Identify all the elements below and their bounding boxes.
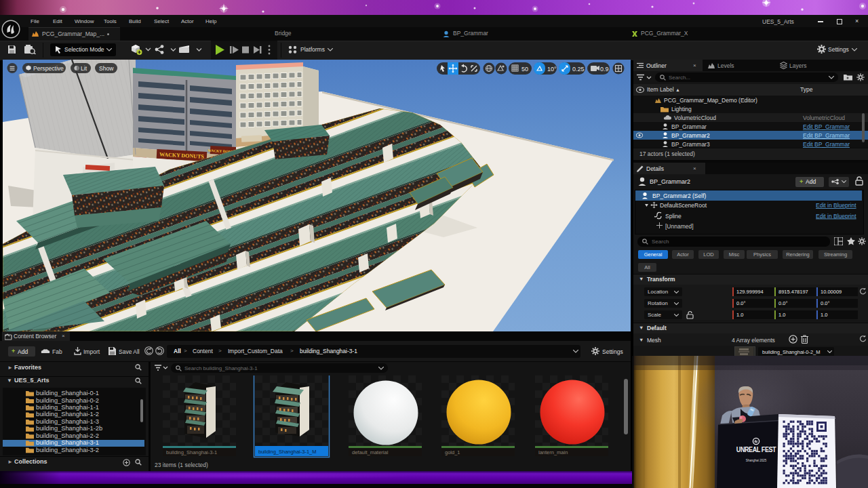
- svg-text:UNREAL FEST: UNREAL FEST: [736, 445, 776, 453]
- svg-text:building_Shanghai-3-1: building_Shanghai-3-1: [166, 449, 217, 455]
- svg-text:10°: 10°: [547, 66, 557, 73]
- svg-text:BP_Grammar: BP_Grammar: [671, 123, 707, 130]
- svg-text:default_material: default_material: [352, 449, 389, 455]
- svg-text:building_Shanghai-3-1_M: building_Shanghai-3-1_M: [258, 449, 316, 455]
- svg-text:BP_Grammar2: BP_Grammar2: [671, 132, 710, 139]
- svg-text:Edit in Blueprint: Edit in Blueprint: [816, 202, 856, 209]
- svg-text:Perspective: Perspective: [33, 65, 64, 72]
- svg-text:Show: Show: [99, 65, 114, 72]
- svg-text:building_Shanghai-1-1: building_Shanghai-1-1: [36, 404, 99, 411]
- svg-text:VolumetricCloud: VolumetricCloud: [674, 115, 716, 121]
- svg-text:building_Shanghai-1-2b: building_Shanghai-1-2b: [36, 425, 102, 432]
- svg-text:building_Shanghai-0-1: building_Shanghai-0-1: [36, 390, 99, 396]
- svg-text:building_Shanghai-1-2: building_Shanghai-1-2: [36, 411, 99, 418]
- svg-text:Spline: Spline: [665, 213, 682, 220]
- svg-text:Shanghai 2025: Shanghai 2025: [746, 459, 767, 462]
- svg-text:Edit BP_Grammar: Edit BP_Grammar: [803, 141, 850, 148]
- svg-text:BP_Grammar3: BP_Grammar3: [671, 141, 710, 148]
- svg-text:Lighting: Lighting: [671, 106, 692, 113]
- svg-text:Edit BP_Grammar: Edit BP_Grammar: [803, 123, 850, 130]
- svg-text:0.9: 0.9: [600, 66, 609, 73]
- svg-text:VolumetricCloud: VolumetricCloud: [803, 115, 845, 121]
- svg-text:Lit: Lit: [81, 65, 87, 72]
- svg-text:[Unnamed]: [Unnamed]: [665, 223, 694, 230]
- svg-text:BP_Grammar2 (Self): BP_Grammar2 (Self): [652, 192, 707, 199]
- svg-text:building_Shanghai-0-2: building_Shanghai-0-2: [36, 397, 99, 404]
- svg-text:lantern_main: lantern_main: [538, 449, 568, 455]
- svg-text:0.25: 0.25: [572, 66, 585, 73]
- svg-text:building_Shanghai-3-1: building_Shanghai-3-1: [36, 439, 99, 446]
- svg-text:gold_1: gold_1: [445, 449, 460, 455]
- svg-text:building_Shanghai-2-2: building_Shanghai-2-2: [36, 432, 99, 439]
- svg-text:building_Shanghai-1-3: building_Shanghai-1-3: [36, 418, 99, 425]
- svg-text:building_Shanghai-3-2: building_Shanghai-3-2: [36, 447, 99, 453]
- svg-text:50: 50: [521, 66, 528, 73]
- svg-text:Edit BP_Grammar: Edit BP_Grammar: [803, 132, 850, 139]
- svg-text:Edit in Blueprint: Edit in Blueprint: [816, 213, 856, 220]
- svg-text:DefaultSceneRoot: DefaultSceneRoot: [660, 202, 707, 209]
- svg-text:PCG_Grammar_Map_Demo (Editor): PCG_Grammar_Map_Demo (Editor): [664, 97, 757, 104]
